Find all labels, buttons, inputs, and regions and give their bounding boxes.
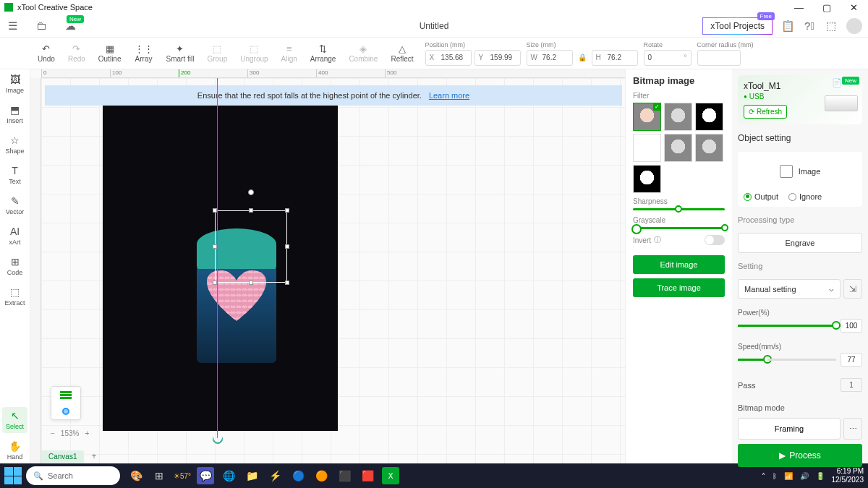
wifi-icon[interactable]: 📶 [784, 472, 793, 480]
combine-button[interactable]: ◈Combine [343, 38, 383, 69]
undo-button[interactable]: ↶Undo [32, 38, 61, 69]
cloud-icon[interactable]: ☁New [64, 20, 77, 33]
clock[interactable]: 6:19 PM12/5/2023 [832, 467, 864, 484]
tb-chrome[interactable]: 🔵 [289, 467, 307, 484]
help-icon[interactable]: ?⃝ [803, 20, 816, 33]
menu-icon[interactable]: ☰ [6, 20, 19, 33]
ruler-vertical [30, 78, 41, 463]
filter-gray[interactable] [664, 103, 692, 131]
sidebar-item-text[interactable]: TText [0, 162, 30, 188]
filter-bw[interactable] [695, 103, 723, 131]
speed-slider[interactable] [738, 359, 836, 361]
tray-chevron[interactable]: ˄ [762, 472, 765, 480]
filter-7[interactable] [633, 165, 661, 193]
w-input[interactable]: W76.2 [527, 50, 573, 66]
speed-value[interactable]: 77 [841, 353, 862, 367]
framing-button[interactable]: Framing [738, 418, 841, 440]
y-input[interactable]: Y159.99 [475, 50, 521, 66]
sidebar-item-xart[interactable]: AIxArt [0, 223, 30, 249]
minimize-button[interactable]: — [794, 2, 804, 13]
avatar[interactable] [846, 18, 862, 34]
align-button[interactable]: ≡Align [276, 38, 303, 69]
sharpness-slider[interactable] [633, 208, 725, 210]
rotate-handle[interactable] [248, 189, 254, 195]
filter-original[interactable] [633, 103, 661, 131]
trace-image-button[interactable]: Trace image [633, 278, 725, 297]
save-setting-icon[interactable]: ⇲ [843, 279, 862, 299]
tb-xtool[interactable]: X [382, 467, 399, 484]
ignore-radio[interactable]: Ignore [788, 192, 822, 201]
tb-task-view[interactable]: ⊞ [150, 467, 168, 484]
tb-teams[interactable]: 💬 [197, 467, 214, 484]
sidebar-item-extract[interactable]: ⬚Extract [0, 283, 30, 309]
setting-select[interactable]: Manual setting⌵ [738, 279, 841, 299]
filter-5[interactable] [664, 134, 692, 162]
tb-app2[interactable]: ⚡ [266, 467, 284, 484]
bluetooth-icon[interactable]: ᛒ [773, 472, 777, 480]
tb-explorer[interactable]: 📁 [243, 467, 260, 484]
redo-button[interactable]: ↷Redo [62, 38, 91, 69]
grayscale-slider[interactable] [633, 227, 725, 229]
array-button[interactable]: ⋮⋮Array [129, 38, 159, 69]
h-input[interactable]: H76.2 [592, 50, 638, 66]
refresh-button[interactable]: ⟳ Refresh [744, 105, 787, 119]
smartfill-button[interactable]: ✦Smart fill [161, 38, 200, 69]
clipboard-icon[interactable]: 📋 [781, 20, 794, 33]
outline-button[interactable]: ▦Outline [93, 38, 127, 69]
invert-toggle[interactable] [705, 235, 725, 245]
start-button[interactable] [4, 467, 22, 484]
zoom-in[interactable]: + [85, 429, 89, 437]
tb-app3[interactable]: 🟠 [312, 467, 330, 484]
filter-6[interactable] [695, 134, 723, 162]
filter-sketch[interactable] [633, 134, 661, 162]
layer-panel[interactable] [51, 386, 81, 420]
rotate-input[interactable]: 0° [644, 50, 692, 66]
canvas[interactable]: 0100 200300 400500 Ensure that the red s… [30, 69, 625, 463]
pass-value[interactable]: 1 [841, 378, 862, 392]
tb-app5[interactable]: 🟥 [359, 467, 376, 484]
layers-icon[interactable] [60, 391, 72, 393]
maximize-button[interactable]: ▢ [822, 2, 831, 13]
close-button[interactable]: ✕ [850, 2, 858, 13]
reflect-button[interactable]: △Reflect [385, 38, 419, 69]
output-radio[interactable]: Output [744, 192, 778, 201]
learn-more-link[interactable]: Learn more [429, 91, 469, 100]
arrange-button[interactable]: ⇅Arrange [305, 38, 342, 69]
tb-app4[interactable]: ⬛ [336, 467, 353, 484]
selection-handles[interactable] [215, 210, 287, 283]
tb-app1[interactable]: 🎨 [127, 467, 145, 484]
framing-more[interactable]: ⋯ [843, 418, 862, 440]
layer-dot[interactable] [62, 408, 69, 415]
sidebar-item-shape[interactable]: ☆Shape [0, 132, 30, 158]
tb-edge[interactable]: 🌐 [220, 467, 237, 484]
lock-icon[interactable]: 🔒 [578, 53, 587, 61]
taskbar-search[interactable]: 🔍 Search [26, 466, 120, 485]
processing-select[interactable]: Engrave [738, 233, 862, 253]
package-icon[interactable]: ⬚ [825, 20, 838, 33]
rotary-guide[interactable] [217, 78, 218, 438]
sidebar-item-vector[interactable]: ✎Vector [0, 192, 30, 218]
corner-input[interactable] [697, 50, 741, 66]
page-icon[interactable]: 📄 [832, 78, 842, 87]
device-card[interactable]: 📄 New xTool_M1 USB ⟳ Refresh [738, 75, 862, 124]
canvas-tab[interactable]: Canvas1 [41, 450, 84, 463]
process-button[interactable]: ▶ Process [738, 444, 862, 467]
projects-button[interactable]: xTool Projects Free [702, 17, 773, 35]
zoom-out[interactable]: − [51, 429, 55, 437]
sidebar-item-code[interactable]: ⊞Code [0, 253, 30, 279]
volume-icon[interactable]: 🔊 [800, 472, 809, 480]
edit-image-button[interactable]: Edit image [633, 255, 725, 274]
power-slider[interactable] [738, 325, 836, 327]
battery-icon[interactable]: 🔋 [816, 472, 825, 480]
tb-weather[interactable]: ☀57° [174, 467, 191, 484]
sidebar-item-image[interactable]: 🖼Image [0, 71, 30, 97]
info-icon[interactable]: ⓘ [654, 235, 661, 245]
sidebar-item-hand[interactable]: ✋Hand [0, 437, 30, 463]
power-value[interactable]: 100 [841, 319, 862, 333]
sidebar-item-select[interactable]: ↖Select [2, 407, 27, 433]
folder-icon[interactable]: 🗀 [35, 20, 48, 33]
x-input[interactable]: X135.68 [425, 50, 472, 66]
add-canvas[interactable]: + [88, 451, 99, 461]
document-title[interactable]: Untitled [420, 21, 449, 31]
sidebar-item-insert[interactable]: ⬒Insert [0, 101, 30, 127]
